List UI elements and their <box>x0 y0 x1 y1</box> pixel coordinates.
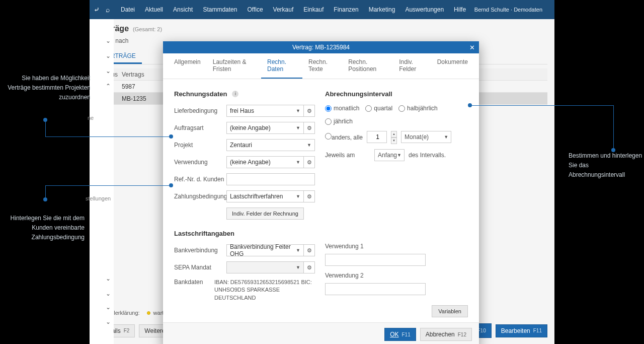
chevron-down-icon: ▼ <box>296 194 300 199</box>
intervall-radio-quartal[interactable]: quartal <box>365 105 392 112</box>
anders-value[interactable] <box>367 131 387 143</box>
intervall-radio-halbjährlich[interactable]: halbjährlich <box>398 105 438 112</box>
menu-einkauf[interactable]: Einkauf <box>298 6 329 13</box>
bankdaten-value: IBAN: DE57659312653215698521 BIC: UNHSO9… <box>214 279 315 302</box>
menu-datei[interactable]: Datei <box>116 6 140 13</box>
cancel-button[interactable]: AbbrechenF12 <box>420 328 472 341</box>
cell-num: MB-1235 <box>122 95 167 102</box>
refnr-input[interactable] <box>226 173 315 185</box>
section-lastschrift: Lastschriftangaben <box>174 230 315 237</box>
chevron-down-icon: ▼ <box>296 265 300 270</box>
section-intervall: Abrechnungsintervall <box>325 90 468 98</box>
auftragsart-label: Auftragsart <box>174 124 226 131</box>
indiv-felder-button[interactable]: Indiv. Felder der Rechnung <box>226 208 304 220</box>
chevron-down-icon[interactable]: ⌄ <box>104 304 113 313</box>
sepa-select[interactable]: ▼ <box>226 261 304 273</box>
lieferbedingung-select[interactable]: frei Haus▼ <box>226 105 304 117</box>
chevron-down-icon[interactable]: ⌄ <box>104 52 113 61</box>
menu-aktuell[interactable]: Aktuell <box>140 6 168 13</box>
back-icon[interactable]: ⤶ <box>94 6 100 14</box>
jeweils-suffix: des Intervalls. <box>409 152 446 159</box>
variablen-button[interactable]: Variablen <box>432 305 468 317</box>
anders-unit-select[interactable]: Monat(e)▼ <box>401 131 451 143</box>
dialog-tab-2[interactable]: Rechn. Daten <box>261 53 302 79</box>
verw2-label: Verwendung 2 <box>325 272 370 279</box>
bearbeiten-button[interactable]: BearbeitenF11 <box>496 324 547 337</box>
verw1-input[interactable] <box>325 254 426 266</box>
dialog-tab-0[interactable]: Allgemein <box>168 53 207 79</box>
zahlung-select[interactable]: Lastschriftverfahren▼ <box>226 190 304 202</box>
lieferbedingung-label: Lieferbedingung <box>174 107 226 114</box>
gear-icon[interactable]: ⚙ <box>304 244 315 256</box>
intervall-radio-jährlich[interactable]: jährlich <box>325 118 353 125</box>
section-rechnungsdaten: Rechnungsdaten i <box>174 90 315 98</box>
callout-projekt: Sie haben die Möglichkeit Verträge besti… <box>1 74 102 103</box>
verwendung-select[interactable]: (keine Angabe)▼ <box>226 156 304 168</box>
record-count: (Gesamt: 2) <box>133 26 162 32</box>
search-icon[interactable]: ⌕ <box>106 6 110 14</box>
gear-icon[interactable]: ⚙ <box>304 190 315 202</box>
dialog-tab-1[interactable]: Laufzeiten & Fristen <box>207 53 261 79</box>
callout-intervall: Bestimmen und hinterlegen Sie das Abrech… <box>557 151 643 180</box>
chevron-down-icon[interactable]: ⌄ <box>104 318 113 327</box>
chevron-up-icon[interactable]: ⌃ <box>104 83 113 92</box>
bank-label: Bankverbindung <box>174 247 226 254</box>
verw2-input[interactable] <box>325 283 426 295</box>
chevron-down-icon[interactable]: ⌄ <box>104 67 113 77</box>
verw1-label: Verwendung 1 <box>325 243 370 250</box>
chevron-down-icon: ▼ <box>296 160 300 165</box>
close-icon[interactable]: ✕ <box>469 44 475 51</box>
dialog-tab-6[interactable]: Dokumente <box>431 53 474 79</box>
menu-ansicht[interactable]: Ansicht <box>168 6 198 13</box>
chevron-down-icon: ▼ <box>444 134 448 140</box>
gear-icon[interactable]: ⚙ <box>304 105 315 117</box>
chevron-down-icon[interactable]: ⌄ <box>104 275 113 284</box>
sidebar-fragment: stellungen <box>86 195 111 201</box>
jeweils-select[interactable]: Anfang▼ <box>374 149 405 161</box>
chevron-down-icon: ▼ <box>397 153 401 158</box>
projekt-select[interactable]: Zentauri▼ <box>226 139 315 151</box>
ok-button[interactable]: OKF11 <box>384 328 416 341</box>
spin-down-icon[interactable]: ▼ <box>391 137 397 144</box>
anders-radio[interactable]: anders, alle <box>325 133 363 141</box>
gear-icon[interactable]: ⚙ <box>304 122 315 134</box>
sepa-label: SEPA Mandat <box>174 264 226 271</box>
jeweils-label: Jeweils am <box>325 152 370 159</box>
info-icon[interactable]: i <box>232 91 238 97</box>
spin-up-icon[interactable]: ▲ <box>391 131 397 137</box>
zahlung-label: Zahlungsbedingung <box>174 193 226 200</box>
dialog-tab-5[interactable]: Indiv. Felder <box>393 53 431 79</box>
gear-icon[interactable]: ⚙ <box>304 156 315 168</box>
bankdaten-label: Bankdaten <box>174 279 214 286</box>
menu-finanzen[interactable]: Finanzen <box>329 6 363 13</box>
dialog-tabs: AllgemeinLaufzeiten & FristenRechn. Date… <box>163 53 479 79</box>
menu-auswertungen[interactable]: Auswertungen <box>400 6 449 13</box>
chevron-down-icon: ▼ <box>296 125 300 130</box>
refnr-label: Ref.-Nr. d. Kunden <box>174 176 226 183</box>
projekt-label: Projekt <box>174 142 226 149</box>
menu-marketing[interactable]: Marketing <box>364 6 400 13</box>
dialog-tab-3[interactable]: Rechn. Texte <box>302 53 342 79</box>
sidebar: ⌄ ⌄ ⌄ ⌃ ⌄ ⌄ ⌄ ⌄ ne stellungen <box>90 19 114 344</box>
menubar: ⤶ ⌕ DateiAktuellAnsichtStammdatenOfficeV… <box>90 0 554 19</box>
chevron-down-icon[interactable]: ⌄ <box>104 37 113 46</box>
chevron-down-icon: ▼ <box>296 108 300 113</box>
chevron-down-icon[interactable]: ⌄ <box>104 290 113 299</box>
menu-stammdaten[interactable]: Stammdaten <box>198 6 242 13</box>
chevron-down-icon: ▼ <box>296 248 300 253</box>
intervall-radio-monatlich[interactable]: monatlich <box>325 105 359 112</box>
col-vertragsnr[interactable]: Vertrags <box>122 71 167 78</box>
contract-dialog: Vertrag: MB-1235984 ✕ AllgemeinLaufzeite… <box>163 41 479 344</box>
auftragsart-select[interactable]: (keine Angabe)▼ <box>226 122 304 134</box>
verwendung-label: Verwendung <box>174 159 226 166</box>
callout-zahlung: Hinterlegen Sie die mit dem Kunden verei… <box>1 214 97 243</box>
sidebar-fragment: ne <box>88 115 94 121</box>
cell-num: 5987 <box>122 83 167 90</box>
user-label: Bernd Schulte · Demodaten <box>474 7 542 13</box>
dialog-tab-4[interactable]: Rechn. Positionen <box>342 53 393 79</box>
menu-verkauf[interactable]: Verkauf <box>268 6 299 13</box>
bank-select[interactable]: Bankverbindung Feiter OHG▼ <box>226 244 304 256</box>
menu-office[interactable]: Office <box>242 6 268 13</box>
gear-icon[interactable]: ⚙ <box>304 261 315 273</box>
menu-hilfe[interactable]: Hilfe <box>449 6 471 13</box>
